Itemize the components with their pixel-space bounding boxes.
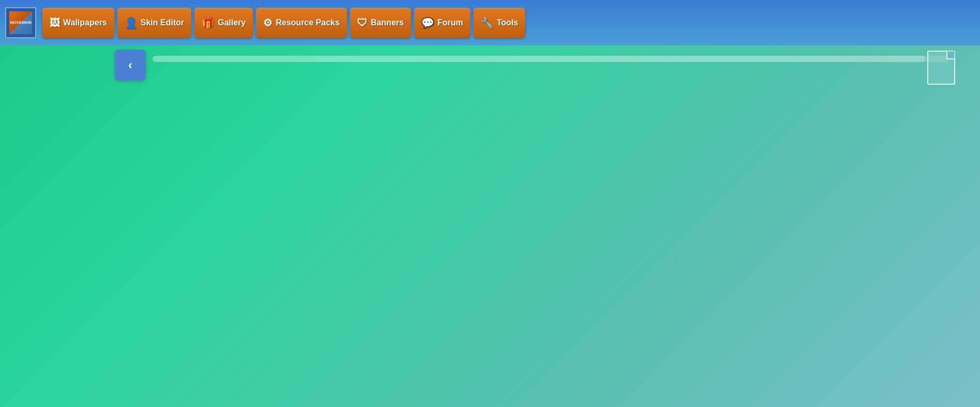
wallpapers-label: Wallpapers xyxy=(63,18,107,27)
logo-text-2: SKIN xyxy=(22,21,32,25)
banners-label: Banners xyxy=(371,18,404,27)
wallpapers-icon: 🖼 xyxy=(50,17,60,29)
file-line-1 xyxy=(933,65,949,66)
slider-fill xyxy=(152,56,925,62)
forum-icon: 💬 xyxy=(421,17,434,29)
nav-btn-tools[interactable]: 🔧Tools xyxy=(473,8,525,38)
tools-icon: 🔧 xyxy=(481,17,494,29)
nav-btn-wallpapers[interactable]: 🖼Wallpapers xyxy=(42,8,114,38)
file-document xyxy=(927,51,955,85)
skin-editor-icon: 👤 xyxy=(125,17,137,29)
gallery-label: Gallery xyxy=(218,18,246,27)
navbar: NOVA SKIN 🖼Wallpapers👤Skin Editor🎁Galler… xyxy=(0,0,980,45)
logo-inner: NOVA SKIN xyxy=(9,11,32,34)
skin-editor-label: Skin Editor xyxy=(141,18,184,27)
nav-btn-skin-editor[interactable]: 👤Skin Editor xyxy=(117,8,191,38)
forum-label: Forum xyxy=(437,18,463,27)
file-icon[interactable] xyxy=(927,51,958,87)
nav-btn-resource-packs[interactable]: ⚙Resource Packs xyxy=(256,8,347,38)
nav-btn-banners[interactable]: 🛡Banners xyxy=(350,8,411,38)
resource-packs-icon: ⚙ xyxy=(263,17,272,29)
chevron-left-icon: ‹ xyxy=(128,58,132,72)
logo-box: NOVA SKIN xyxy=(5,7,36,38)
slider-bar[interactable] xyxy=(152,56,949,62)
nav-btn-gallery[interactable]: 🎁Gallery xyxy=(194,8,253,38)
nav-buttons: 🖼Wallpapers👤Skin Editor🎁Gallery⚙Resource… xyxy=(42,8,525,38)
file-line-3 xyxy=(933,70,949,71)
tools-label: Tools xyxy=(497,18,518,27)
banners-icon: 🛡 xyxy=(357,17,368,29)
logo-area[interactable]: NOVA SKIN xyxy=(5,7,36,38)
resource-packs-label: Resource Packs xyxy=(275,18,340,27)
file-line-2 xyxy=(933,67,949,68)
back-button[interactable]: ‹ xyxy=(115,50,146,81)
logo-text: NOVA xyxy=(10,21,22,25)
main-content: ‹ xyxy=(0,45,980,407)
gallery-icon: 🎁 xyxy=(202,17,215,29)
nav-btn-forum[interactable]: 💬Forum xyxy=(414,8,470,38)
